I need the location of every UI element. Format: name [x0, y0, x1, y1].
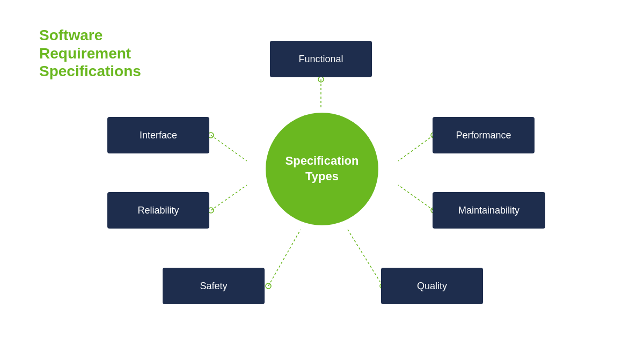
node-maintainability: Maintainability — [433, 192, 545, 229]
node-reliability: Reliability — [107, 192, 209, 229]
svg-line-5 — [211, 185, 247, 210]
center-circle: Specification Types — [266, 113, 378, 225]
node-functional: Functional — [270, 41, 372, 77]
svg-point-8 — [266, 283, 271, 289]
node-performance: Performance — [433, 117, 535, 153]
title-line1: Software — [39, 26, 141, 45]
svg-line-7 — [268, 230, 301, 286]
svg-line-9 — [348, 230, 383, 286]
node-quality: Quality — [381, 268, 483, 304]
svg-line-3 — [211, 135, 247, 161]
title-line3: Specifications — [39, 62, 141, 80]
svg-point-2 — [318, 77, 324, 82]
svg-line-13 — [398, 135, 434, 161]
node-safety: Safety — [163, 268, 265, 304]
center-text-line1: Specification — [286, 153, 359, 169]
node-interface: Interface — [107, 117, 209, 153]
center-text-line2: Types — [305, 169, 339, 185]
title-block: Software Requirement Specifications — [39, 26, 141, 80]
svg-line-11 — [398, 185, 434, 210]
title-line2: Requirement — [39, 45, 141, 63]
